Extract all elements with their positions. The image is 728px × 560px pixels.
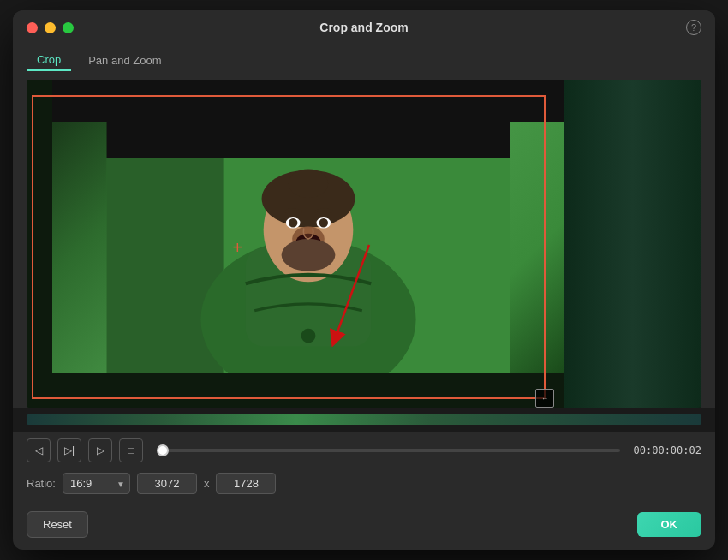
- crop-zoom-dialog: Crop and Zoom ? Crop Pan and Zoom: [13, 10, 715, 550]
- help-button[interactable]: ?: [686, 20, 701, 35]
- ratio-select[interactable]: 16:9 4:3 1:1 9:16 Custom: [63, 473, 130, 494]
- svg-rect-0: [107, 122, 510, 158]
- playhead-knob[interactable]: [157, 444, 169, 456]
- timeline-track[interactable]: [27, 414, 701, 425]
- window-controls: [27, 22, 74, 33]
- svg-point-15: [301, 329, 316, 343]
- video-preview: + ↔: [27, 80, 701, 408]
- playhead-track[interactable]: [157, 449, 620, 452]
- play-button[interactable]: ▷: [88, 438, 112, 462]
- dimension-separator: x: [204, 477, 210, 490]
- height-input[interactable]: 1728: [216, 473, 276, 494]
- rewind-button[interactable]: ◁: [27, 438, 51, 462]
- timeline-strip: [13, 408, 715, 432]
- tab-bar: Crop Pan and Zoom: [13, 45, 715, 80]
- ratio-wrapper: 16:9 4:3 1:1 9:16 Custom ▼: [63, 473, 130, 494]
- title-bar: Crop and Zoom ?: [13, 10, 715, 45]
- ok-button[interactable]: OK: [637, 512, 702, 537]
- playback-controls: ◁ ▷| ▷ □ 00:00:00:02: [13, 432, 715, 469]
- step-back-button[interactable]: ▷|: [57, 438, 81, 462]
- svg-point-10: [282, 239, 336, 271]
- close-button[interactable]: [27, 22, 38, 33]
- dialog-title: Crop and Zoom: [319, 21, 408, 34]
- content-area: + ↔: [13, 80, 715, 432]
- svg-point-7: [289, 169, 328, 197]
- svg-point-12: [289, 218, 297, 227]
- reset-button[interactable]: Reset: [27, 511, 88, 538]
- timecode-display: 00:00:00:02: [634, 444, 701, 456]
- settings-bar: Ratio: 16:9 4:3 1:1 9:16 Custom ▼ 3072 x…: [13, 469, 715, 504]
- tab-pan-zoom[interactable]: Pan and Zoom: [78, 51, 171, 70]
- action-bar: Reset OK: [13, 504, 715, 550]
- minimize-button[interactable]: [45, 22, 56, 33]
- tab-crop[interactable]: Crop: [27, 50, 71, 71]
- maximize-button[interactable]: [63, 22, 74, 33]
- ratio-label: Ratio:: [27, 477, 56, 490]
- stop-button[interactable]: □: [119, 438, 143, 462]
- svg-point-14: [319, 218, 328, 227]
- width-input[interactable]: 3072: [137, 473, 197, 494]
